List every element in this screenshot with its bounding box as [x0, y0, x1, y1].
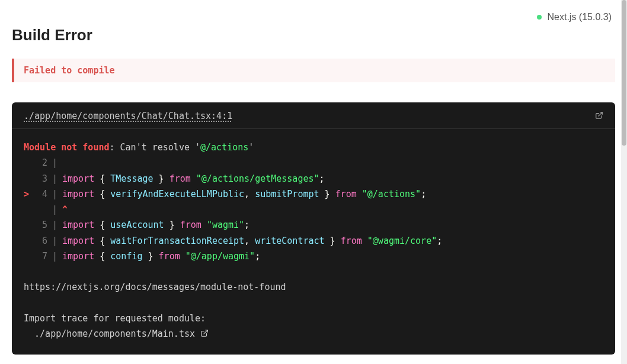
open-external-icon[interactable] [200, 326, 209, 342]
trace-entry[interactable]: ./app/home/components/Main.tsx [24, 326, 603, 342]
code-caret-line: |^ [24, 202, 603, 217]
svg-line-0 [599, 112, 602, 116]
blank-line [24, 264, 603, 279]
error-banner: Failed to compile [12, 59, 615, 82]
code-line-5: 5|import { useAccount } from "wagmi"; [24, 217, 603, 233]
scrollbar-thumb[interactable] [622, 0, 626, 146]
code-line-7: 7|import { config } from "@/app/wagmi"; [24, 249, 603, 264]
error-message-line: Module not found: Can't resolve '@/actio… [24, 140, 603, 155]
blank-line [24, 295, 603, 311]
code-line-4: >4|import { verifyAndExecuteLLMPublic, s… [24, 186, 603, 202]
code-block: ./app/home/components/Chat/Chat.tsx:4:1 … [12, 102, 615, 355]
version-badge: Next.js (15.0.3) [537, 12, 612, 22]
svg-line-1 [204, 330, 207, 334]
open-external-icon[interactable] [595, 111, 603, 121]
code-line-3: 3|import { TMessage } from "@/actions/ge… [24, 171, 603, 186]
code-line-2: 2| [24, 155, 603, 170]
code-header: ./app/home/components/Chat/Chat.tsx:4:1 [12, 102, 615, 129]
file-location-link[interactable]: ./app/home/components/Chat/Chat.tsx:4:1 [24, 111, 232, 121]
status-dot-icon [537, 15, 542, 20]
trace-heading: Import trace for requested module: [24, 311, 603, 326]
code-body: Module not found: Can't resolve '@/actio… [12, 129, 615, 355]
scrollbar-track[interactable] [621, 0, 627, 364]
page-title: Build Error [12, 26, 615, 44]
version-text: Next.js (15.0.3) [548, 12, 612, 22]
docs-url-line[interactable]: https://nextjs.org/docs/messages/module-… [24, 279, 603, 295]
code-line-6: 6|import { waitForTransactionReceipt, wr… [24, 233, 603, 249]
page-container: Next.js (15.0.3) Build Error Failed to c… [0, 0, 627, 364]
